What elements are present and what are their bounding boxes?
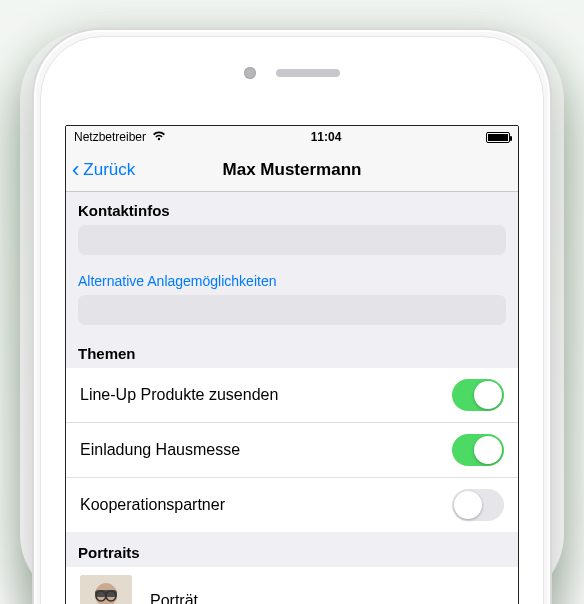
back-button[interactable]: ‹ Zurück bbox=[72, 148, 135, 191]
contact-field-1[interactable] bbox=[78, 225, 506, 255]
content-area: Kontaktinfos Alternative Anlagemöglichke… bbox=[66, 192, 518, 604]
themen-row-lineup: Line-Up Produkte zusenden bbox=[66, 368, 518, 423]
clock-label: 11:04 bbox=[311, 130, 342, 144]
section-header-portraits: Portraits bbox=[66, 532, 518, 567]
themen-label: Line-Up Produkte zusenden bbox=[80, 386, 278, 404]
speaker-grille-icon bbox=[276, 69, 340, 77]
chevron-left-icon: ‹ bbox=[72, 159, 79, 181]
toggle-kooperation[interactable] bbox=[452, 489, 504, 521]
back-label: Zurück bbox=[83, 160, 135, 180]
themen-row-kooperation: Kooperationspartner bbox=[66, 478, 518, 532]
portrait-row[interactable]: Porträt bbox=[66, 567, 518, 604]
status-bar: Netzbetreiber 11:04 bbox=[66, 126, 518, 148]
battery-icon bbox=[486, 132, 510, 143]
themen-label: Einladung Hausmesse bbox=[80, 441, 240, 459]
themen-label: Kooperationspartner bbox=[80, 496, 225, 514]
navigation-bar: ‹ Zurück Max Mustermann bbox=[66, 148, 518, 192]
screen: Netzbetreiber 11:04 ‹ Zurück Max Musterm… bbox=[65, 125, 519, 604]
page-title: Max Mustermann bbox=[223, 160, 362, 180]
section-header-contact: Kontaktinfos bbox=[66, 192, 518, 225]
sensor-cluster bbox=[244, 67, 340, 79]
carrier-label: Netzbetreiber bbox=[74, 130, 146, 144]
toggle-lineup[interactable] bbox=[452, 379, 504, 411]
wifi-icon bbox=[152, 130, 166, 144]
alternative-investments-link[interactable]: Alternative Anlagemöglichkeiten bbox=[66, 263, 518, 295]
front-camera-icon bbox=[244, 67, 256, 79]
toggle-einladung[interactable] bbox=[452, 434, 504, 466]
phone-frame: Netzbetreiber 11:04 ‹ Zurück Max Musterm… bbox=[32, 28, 552, 604]
portrait-thumbnail bbox=[80, 575, 132, 604]
contact-field-2[interactable] bbox=[78, 295, 506, 325]
themen-row-einladung: Einladung Hausmesse bbox=[66, 423, 518, 478]
themen-list: Line-Up Produkte zusenden Einladung Haus… bbox=[66, 368, 518, 532]
section-header-themen: Themen bbox=[66, 333, 518, 368]
portrait-label: Porträt bbox=[150, 592, 198, 604]
